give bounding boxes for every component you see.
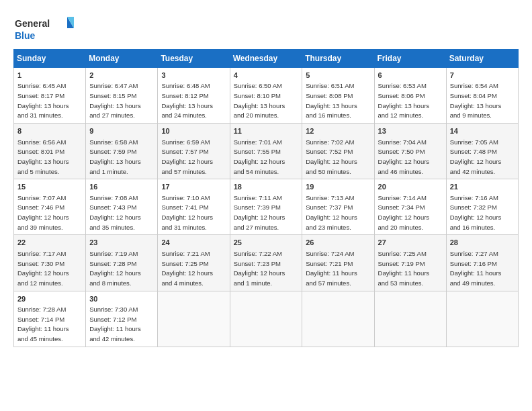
day-header-monday: Monday — [86, 50, 158, 68]
table-row: 26Sunrise: 7:24 AMSunset: 7:21 PMDayligh… — [302, 235, 374, 291]
table-row: 9Sunrise: 6:58 AMSunset: 7:59 PMDaylight… — [86, 124, 158, 179]
table-row: 1Sunrise: 6:45 AMSunset: 8:17 PMDaylight… — [14, 68, 86, 124]
day-info: Sunrise: 7:21 AMSunset: 7:25 PMDaylight:… — [161, 250, 213, 287]
day-info: Sunrise: 7:19 AMSunset: 7:28 PMDaylight:… — [89, 250, 141, 287]
table-row: 12Sunrise: 7:02 AMSunset: 7:52 PMDayligh… — [302, 124, 374, 179]
calendar-table: SundayMondayTuesdayWednesdayThursdayFrid… — [13, 49, 519, 347]
logo: General Blue — [13, 13, 74, 44]
table-row: 18Sunrise: 7:11 AMSunset: 7:39 PMDayligh… — [230, 179, 302, 235]
table-row: 13Sunrise: 7:04 AMSunset: 7:50 PMDayligh… — [374, 124, 446, 179]
day-info: Sunrise: 7:11 AMSunset: 7:39 PMDaylight:… — [234, 194, 285, 231]
day-number: 7 — [450, 71, 515, 81]
day-number: 28 — [450, 238, 515, 248]
day-number: 22 — [17, 238, 82, 248]
day-info: Sunrise: 6:48 AMSunset: 8:12 PMDaylight:… — [161, 82, 213, 119]
day-info: Sunrise: 7:17 AMSunset: 7:30 PMDaylight:… — [17, 250, 69, 287]
day-info: Sunrise: 6:54 AMSunset: 8:04 PMDaylight:… — [450, 82, 502, 119]
day-number: 20 — [378, 182, 443, 192]
table-row: 10Sunrise: 6:59 AMSunset: 7:57 PMDayligh… — [158, 124, 230, 179]
table-row: 27Sunrise: 7:25 AMSunset: 7:19 PMDayligh… — [374, 235, 446, 291]
table-row: 25Sunrise: 7:22 AMSunset: 7:23 PMDayligh… — [230, 235, 302, 291]
day-info: Sunrise: 6:51 AMSunset: 8:08 PMDaylight:… — [306, 82, 357, 119]
table-row: 11Sunrise: 7:01 AMSunset: 7:55 PMDayligh… — [230, 124, 302, 179]
day-info: Sunrise: 7:08 AMSunset: 7:43 PMDaylight:… — [89, 194, 141, 231]
day-info: Sunrise: 7:14 AMSunset: 7:34 PMDaylight:… — [378, 194, 430, 231]
day-number: 1 — [17, 71, 82, 81]
table-row: 24Sunrise: 7:21 AMSunset: 7:25 PMDayligh… — [158, 235, 230, 291]
day-info: Sunrise: 6:58 AMSunset: 7:59 PMDaylight:… — [89, 138, 141, 175]
table-row: 2Sunrise: 6:47 AMSunset: 8:15 PMDaylight… — [86, 68, 158, 124]
table-row: 5Sunrise: 6:51 AMSunset: 8:08 PMDaylight… — [302, 68, 374, 124]
day-info: Sunrise: 6:59 AMSunset: 7:57 PMDaylight:… — [161, 138, 213, 175]
day-number: 2 — [89, 71, 154, 81]
day-info: Sunrise: 7:24 AMSunset: 7:21 PMDaylight:… — [306, 250, 357, 287]
day-number: 30 — [89, 294, 154, 304]
day-info: Sunrise: 6:53 AMSunset: 8:06 PMDaylight:… — [378, 82, 430, 119]
day-number: 6 — [378, 71, 443, 81]
logo-icon: General Blue — [13, 13, 74, 44]
table-row: 23Sunrise: 7:19 AMSunset: 7:28 PMDayligh… — [86, 235, 158, 291]
day-info: Sunrise: 7:16 AMSunset: 7:32 PMDaylight:… — [450, 194, 502, 231]
day-info: Sunrise: 7:02 AMSunset: 7:52 PMDaylight:… — [306, 138, 357, 175]
day-info: Sunrise: 6:50 AMSunset: 8:10 PMDaylight:… — [234, 82, 285, 119]
day-number: 26 — [306, 238, 370, 248]
day-number: 24 — [161, 238, 226, 248]
table-row: 6Sunrise: 6:53 AMSunset: 8:06 PMDaylight… — [374, 68, 446, 124]
day-number: 12 — [306, 126, 370, 136]
svg-text:General: General — [15, 18, 50, 29]
table-row: 8Sunrise: 6:56 AMSunset: 8:01 PMDaylight… — [14, 124, 86, 179]
day-number: 5 — [306, 71, 370, 81]
day-info: Sunrise: 7:10 AMSunset: 7:41 PMDaylight:… — [161, 194, 213, 231]
table-row: 20Sunrise: 7:14 AMSunset: 7:34 PMDayligh… — [374, 179, 446, 235]
day-info: Sunrise: 7:27 AMSunset: 7:16 PMDaylight:… — [450, 250, 502, 287]
day-number: 18 — [234, 182, 299, 192]
day-number: 23 — [89, 238, 154, 248]
table-row — [230, 291, 302, 347]
table-row: 16Sunrise: 7:08 AMSunset: 7:43 PMDayligh… — [86, 179, 158, 235]
day-number: 29 — [17, 294, 82, 304]
day-info: Sunrise: 7:05 AMSunset: 7:48 PMDaylight:… — [450, 138, 502, 175]
day-number: 13 — [378, 126, 443, 136]
table-row: 21Sunrise: 7:16 AMSunset: 7:32 PMDayligh… — [446, 179, 518, 235]
day-info: Sunrise: 6:47 AMSunset: 8:15 PMDaylight:… — [89, 82, 141, 119]
table-row: 29Sunrise: 7:28 AMSunset: 7:14 PMDayligh… — [14, 291, 86, 347]
svg-text:Blue: Blue — [15, 30, 36, 41]
day-number: 10 — [161, 126, 226, 136]
day-info: Sunrise: 7:04 AMSunset: 7:50 PMDaylight:… — [378, 138, 430, 175]
day-info: Sunrise: 7:01 AMSunset: 7:55 PMDaylight:… — [234, 138, 285, 175]
table-row: 19Sunrise: 7:13 AMSunset: 7:37 PMDayligh… — [302, 179, 374, 235]
day-number: 21 — [450, 182, 515, 192]
day-number: 25 — [234, 238, 299, 248]
table-row: 28Sunrise: 7:27 AMSunset: 7:16 PMDayligh… — [446, 235, 518, 291]
day-header-wednesday: Wednesday — [230, 50, 302, 68]
table-row: 7Sunrise: 6:54 AMSunset: 8:04 PMDaylight… — [446, 68, 518, 124]
day-header-tuesday: Tuesday — [158, 50, 230, 68]
day-number: 11 — [234, 126, 299, 136]
table-row — [446, 291, 518, 347]
table-row: 17Sunrise: 7:10 AMSunset: 7:41 PMDayligh… — [158, 179, 230, 235]
day-info: Sunrise: 7:22 AMSunset: 7:23 PMDaylight:… — [234, 250, 285, 287]
day-number: 15 — [17, 182, 82, 192]
table-row: 30Sunrise: 7:30 AMSunset: 7:12 PMDayligh… — [86, 291, 158, 347]
table-row: 3Sunrise: 6:48 AMSunset: 8:12 PMDaylight… — [158, 68, 230, 124]
day-header-saturday: Saturday — [446, 50, 518, 68]
day-info: Sunrise: 7:07 AMSunset: 7:46 PMDaylight:… — [17, 194, 69, 231]
day-number: 27 — [378, 238, 443, 248]
day-info: Sunrise: 7:13 AMSunset: 7:37 PMDaylight:… — [306, 194, 357, 231]
day-number: 19 — [306, 182, 370, 192]
day-number: 17 — [161, 182, 226, 192]
day-info: Sunrise: 7:30 AMSunset: 7:12 PMDaylight:… — [89, 306, 141, 342]
day-info: Sunrise: 7:25 AMSunset: 7:19 PMDaylight:… — [378, 250, 430, 287]
table-row: 14Sunrise: 7:05 AMSunset: 7:48 PMDayligh… — [446, 124, 518, 179]
day-header-friday: Friday — [374, 50, 446, 68]
day-number: 8 — [17, 126, 82, 136]
day-number: 9 — [89, 126, 154, 136]
day-number: 4 — [234, 71, 299, 81]
page-header: General Blue — [13, 13, 519, 44]
table-row — [374, 291, 446, 347]
day-header-sunday: Sunday — [14, 50, 86, 68]
table-row: 22Sunrise: 7:17 AMSunset: 7:30 PMDayligh… — [14, 235, 86, 291]
table-row — [302, 291, 374, 347]
day-number: 16 — [89, 182, 154, 192]
table-row: 4Sunrise: 6:50 AMSunset: 8:10 PMDaylight… — [230, 68, 302, 124]
